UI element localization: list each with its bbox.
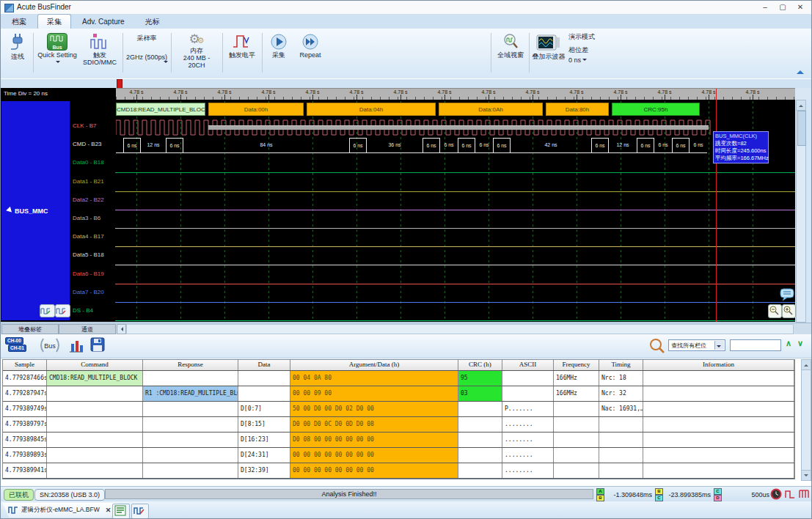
channel-label[interactable]: Data4 - B17: [73, 233, 104, 240]
search-up-button[interactable]: ∧: [786, 339, 791, 348]
column-header-data[interactable]: Data: [238, 360, 290, 370]
menu-tab-3[interactable]: 光标: [136, 14, 169, 29]
connect-label: 连线: [5, 53, 30, 60]
repeat-label: Repeat: [296, 51, 325, 59]
phase-control[interactable]: 演示模式 相位差 0 ns: [568, 32, 605, 76]
channel-label[interactable]: CMD - B23: [73, 141, 102, 147]
search-down-button[interactable]: ∨: [797, 339, 803, 348]
tab-stack-labels[interactable]: 堆叠标签: [1, 324, 59, 334]
search-icon: [649, 338, 665, 354]
waveform-canvas[interactable]: [1, 100, 795, 322]
hscroll-left-button[interactable]: [117, 324, 126, 334]
trigger-level-button[interactable]: 触发电平: [225, 32, 259, 76]
column-header-argument[interactable]: Argument/Data (h): [290, 360, 458, 370]
table-vscrollbar[interactable]: [801, 359, 811, 481]
clock-icon[interactable]: [770, 488, 782, 500]
global-view-button[interactable]: 全域视窗: [495, 32, 526, 76]
cursor-pair-badge[interactable]: CD: [714, 488, 722, 501]
overlay-scope-button[interactable]: 叠加示波器: [532, 32, 566, 76]
column-header-ascii[interactable]: ASCII: [502, 360, 554, 370]
expander-icon[interactable]: [6, 207, 14, 215]
scrollbar-thumb[interactable]: [797, 111, 806, 146]
table-row[interactable]: 4.779389845sD[16:23]D0 08 00 00 00 00 00…: [3, 432, 794, 448]
logic-analyzer-icon: [8, 506, 18, 515]
menu-tab-0[interactable]: 档案: [2, 14, 36, 29]
close-button[interactable]: ✕: [792, 2, 808, 12]
cell-response: [143, 402, 238, 416]
bus-view-button[interactable]: Bus: [37, 337, 62, 355]
channel-label[interactable]: Data5 - B18: [73, 251, 104, 258]
capture-button[interactable]: 采集: [266, 32, 291, 76]
collapse-toolbar-button[interactable]: [797, 67, 804, 74]
minimize-button[interactable]: –: [757, 2, 773, 12]
search-input[interactable]: [730, 339, 781, 351]
pulse-icon[interactable]: [785, 489, 795, 499]
repeat-button[interactable]: Repeat: [296, 32, 325, 76]
column-header-timing[interactable]: Timing: [599, 360, 643, 370]
trigger-button[interactable]: 触发SDIO/MMC: [80, 32, 120, 76]
table-row[interactable]: 4.779389749sD[0:7]50 00 D0 00 D0 02 D0 0…: [3, 402, 794, 417]
channel-label[interactable]: Data1 - B21: [73, 178, 104, 185]
cursor-pair-badge[interactable]: BC: [655, 488, 663, 501]
table-row[interactable]: 4.779287947sR1 :CMD18:READ_MULTIPLE_BLOC…: [3, 386, 794, 402]
statistics-button[interactable]: [68, 337, 84, 355]
cell-argument: 50 00 D0 00 D0 02 D0 00: [290, 402, 458, 416]
maximize-button[interactable]: ▢: [775, 2, 791, 12]
waveform-mode2-button[interactable]: [55, 304, 70, 317]
cell-information: [643, 402, 794, 416]
column-header-information[interactable]: Information: [643, 360, 794, 370]
column-header-response[interactable]: Response: [143, 360, 238, 370]
channel-label[interactable]: DS - B4: [73, 307, 93, 314]
bar-chart-icon: [68, 337, 84, 353]
memory-button[interactable]: ⚙⚙ 内存240 MB - 20CH: [174, 32, 219, 76]
bus-group-name[interactable]: BUS_MMC: [7, 207, 48, 215]
busfinder-window: Acute BusFinder – ▢ ✕ 档案采集Adv. Capture光标…: [0, 0, 812, 519]
bus-segment[interactable]: Data:0Ah: [439, 103, 543, 116]
bus-group-panel[interactable]: BUS_MMC: [1, 101, 70, 320]
table-row[interactable]: 4.779287466sCMD18:READ_MULTIPLE_BLOCK00 …: [3, 371, 794, 386]
burst-icon[interactable]: [798, 489, 810, 499]
bus-segment[interactable]: Data:00h: [208, 103, 304, 116]
table-row[interactable]: 4.779389941sD[32:39]00 00 00 00 00 00 00…: [3, 463, 794, 479]
bus-segment[interactable]: CMD18:READ_MULTIPLE_BLOCK: [116, 103, 205, 116]
cell-crc: [458, 463, 502, 478]
waveform-vscrollbar[interactable]: [796, 100, 806, 333]
waveform-mode-button[interactable]: [40, 304, 55, 317]
cursor-line[interactable]: [716, 89, 717, 322]
table-row[interactable]: 4.779389797sD[8:15]D0 00 D0 0C D0 0D D0 …: [3, 417, 794, 432]
tab-channels[interactable]: 通道: [59, 324, 116, 334]
channel-label[interactable]: Data0 - B18: [73, 159, 104, 166]
new-waveform-button[interactable]: [131, 504, 149, 519]
column-header-crc[interactable]: CRC (h): [458, 360, 502, 370]
channel-label[interactable]: CLK - B7: [73, 122, 96, 129]
channel-label[interactable]: Data6 - B19: [73, 270, 104, 277]
bus-segment[interactable]: Data:80h: [546, 103, 609, 116]
report-button[interactable]: [112, 504, 130, 519]
save-report-button[interactable]: [90, 337, 105, 355]
search-field-select[interactable]: 查找所有栏位: [668, 339, 725, 351]
waveform-hscrollbar[interactable]: [126, 324, 794, 334]
channel-label[interactable]: Data3 - B6: [73, 215, 100, 221]
connect-button[interactable]: 连线: [5, 32, 30, 76]
cursor-pair-badge[interactable]: AB: [596, 488, 604, 501]
menu-tab-1[interactable]: 采集: [37, 14, 71, 29]
dropdown-button[interactable]: [714, 341, 724, 350]
column-header-sample[interactable]: Sample: [3, 360, 47, 370]
bus-segment[interactable]: CRC:95h: [612, 103, 700, 116]
menu-tab-2[interactable]: Adv. Capture: [73, 14, 134, 29]
channel-label[interactable]: Data7 - B20: [73, 289, 104, 295]
zoom-out-button[interactable]: [768, 304, 782, 318]
channel-label[interactable]: Data2 - B22: [73, 196, 104, 203]
bus-segment[interactable]: Data:04h: [307, 103, 436, 116]
table-row[interactable]: 4.779389893sD[24:31]00 00 00 00 00 00 00…: [3, 448, 794, 463]
comment-icon[interactable]: [780, 288, 794, 301]
close-tab-button[interactable]: ✕: [106, 507, 111, 514]
zoom-in-button[interactable]: [782, 304, 796, 318]
sample-rate-control[interactable]: 采样率 2GHz (500ps): [125, 32, 168, 76]
trigger-level-label: 触发电平: [225, 51, 259, 59]
document-tab[interactable]: 逻辑分析仪-eMMC_LA.BFW ✕: [2, 503, 118, 518]
column-header-frequency[interactable]: Frequency: [554, 360, 599, 370]
channel-view-button[interactable]: CH-00 CH-01: [5, 337, 32, 355]
quick-setting-button[interactable]: Bus Quick Setting: [36, 32, 78, 76]
column-header-command[interactable]: Command: [47, 360, 143, 370]
